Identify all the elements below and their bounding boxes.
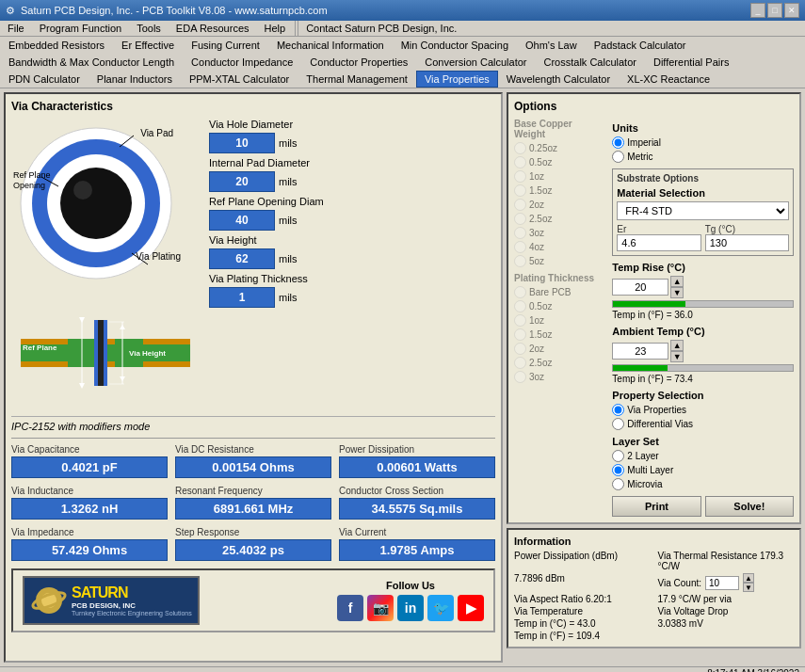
via-count-input[interactable] — [705, 576, 739, 590]
temp-rise-down[interactable]: ▼ — [670, 287, 684, 298]
material-dropdown[interactable]: FR-4 STD Rogers 4003 Rogers 4350 — [617, 201, 789, 220]
field-label-3: Via Height — [209, 234, 360, 246]
tab-min-conductor-spacing[interactable]: Min Conductor Spacing — [393, 37, 517, 54]
unit-2: mils — [279, 215, 307, 226]
internal-pad-diameter-input[interactable] — [209, 171, 275, 192]
ref-plane-opening-input[interactable] — [209, 210, 275, 231]
unit-4: mils — [279, 292, 307, 303]
ambient-temp-up[interactable]: ▲ — [670, 340, 684, 351]
menu-tools[interactable]: Tools — [129, 21, 169, 36]
info-via-count-row: Via Count: ▲ ▼ — [658, 573, 795, 592]
svg-text:Via Height: Via Height — [129, 349, 166, 358]
pt-bare: Bare PCB — [529, 287, 571, 297]
ambient-temp-input[interactable] — [612, 343, 668, 360]
via-plating-thickness-input[interactable] — [209, 287, 275, 308]
via-hole-diameter-input[interactable] — [209, 133, 275, 153]
print-button[interactable]: Print — [612, 496, 700, 517]
substrate-options-title: Substrate Options — [617, 173, 789, 184]
ambient-temp-title: Ambient Temp (°C) — [612, 326, 794, 337]
close-button[interactable]: ✕ — [784, 3, 799, 18]
tg-input[interactable] — [705, 234, 789, 251]
result-item-4: Resonant Frequency 6891.661 MHz — [175, 486, 331, 520]
svg-point-3 — [60, 168, 132, 239]
minimize-button[interactable]: _ — [750, 3, 765, 18]
ambient-temp-info: Temp in (°F) = 73.4 — [612, 374, 794, 384]
pt-1oz: 1oz — [529, 315, 544, 326]
app-icon: ⚙ — [6, 5, 15, 17]
social-icons: f 📷 in 🐦 ▶ — [337, 595, 484, 621]
menu-contact[interactable]: Contact Saturn PCB Design, Inc. — [298, 21, 464, 36]
prop-via-properties-label: Via Properties — [627, 405, 686, 415]
status-time: 8:17:41 AM 3/16/2022 — [707, 668, 799, 672]
menu-help[interactable]: Help — [257, 21, 294, 36]
bcw-5oz: 5oz — [529, 256, 544, 266]
status-bar: 8:17:41 AM 3/16/2022 — [0, 666, 805, 672]
via-count-down[interactable]: ▼ — [743, 583, 754, 592]
info-power-dissipation: Power Dissipation (dBm) — [514, 551, 651, 571]
units-imperial-radio[interactable] — [612, 136, 624, 149]
tab-ohms-law[interactable]: Ohm's Law — [517, 37, 586, 54]
tab-bandwidth-max[interactable]: Bandwidth & Max Conductor Length — [0, 54, 183, 71]
svg-rect-15 — [115, 361, 143, 367]
youtube-button[interactable]: ▶ — [458, 595, 484, 621]
temp-rise-up[interactable]: ▲ — [670, 276, 684, 287]
tab-mechanical-information[interactable]: Mechanical Information — [268, 37, 393, 54]
bcw-3oz: 3oz — [529, 228, 544, 238]
linkedin-button[interactable]: in — [397, 595, 424, 621]
tab-conductor-properties[interactable]: Conductor Properties — [301, 54, 416, 71]
bcw-1oz: 1oz — [529, 171, 544, 182]
tab-differential-pairs[interactable]: Differential Pairs — [645, 54, 738, 71]
tab-xl-xc-reactance[interactable]: XL-XC Reactance — [619, 71, 718, 88]
bcw-4oz: 4oz — [529, 242, 544, 252]
tab-thermal-management[interactable]: Thermal Management — [298, 71, 416, 88]
tab-crosstalk-calculator[interactable]: Crosstalk Calculator — [536, 54, 645, 71]
ipc-label: IPC-2152 with modifiers mode — [11, 416, 495, 432]
via-height-input[interactable] — [209, 248, 275, 269]
bcw-2oz: 2oz — [529, 200, 544, 210]
field-label-2: Ref Plane Opening Diam — [209, 196, 360, 207]
info-power-dissipation-value: 7.7896 dBm — [514, 573, 651, 592]
unit-0: mils — [279, 137, 307, 149]
menu-file[interactable]: File — [0, 21, 32, 36]
svg-marker-26 — [120, 325, 125, 329]
info-temp-fahrenheit: Temp in (°F) = 109.4 — [514, 631, 651, 641]
follow-us-label: Follow Us — [386, 580, 435, 591]
prop-differential-vias-radio[interactable] — [612, 418, 624, 430]
layer-microvia-label: Microvia — [627, 479, 662, 489]
temp-rise-input[interactable] — [612, 279, 668, 296]
layer-2layer-radio[interactable] — [612, 450, 624, 462]
menu-eda-resources[interactable]: EDA Resources — [169, 21, 257, 36]
tab-pdn-calculator[interactable]: PDN Calculator — [0, 71, 89, 88]
tab-embedded-resistors[interactable]: Embedded Resistors — [0, 37, 113, 54]
tab-ppm-xtal[interactable]: PPM-XTAL Calculator — [181, 71, 298, 88]
info-via-thermal-resistance: Via Thermal Resistance 179.3 °C/W — [658, 551, 795, 571]
prop-via-properties-radio[interactable] — [612, 404, 624, 416]
tab-er-effective[interactable]: Er Effective — [113, 37, 183, 54]
twitter-button[interactable]: 🐦 — [427, 595, 454, 621]
maximize-button[interactable]: □ — [767, 3, 782, 18]
solve-button[interactable]: Solve! — [705, 496, 794, 517]
layer-microvia-radio[interactable] — [612, 478, 624, 490]
tab-fusing-current[interactable]: Fusing Current — [183, 37, 268, 54]
units-metric-label: Metric — [627, 152, 652, 162]
unit-1: mils — [279, 176, 307, 187]
tab-padstack-calculator[interactable]: Padstack Calculator — [586, 37, 695, 54]
facebook-button[interactable]: f — [337, 595, 363, 621]
tab-conversion-calculator[interactable]: Conversion Calculator — [416, 54, 535, 71]
ambient-temp-down[interactable]: ▼ — [670, 351, 684, 362]
app-title: Saturn PCB Design, Inc. - PCB Toolkit V8… — [21, 5, 328, 16]
instagram-button[interactable]: 📷 — [367, 595, 394, 621]
pt-3oz: 3oz — [529, 372, 544, 382]
ambient-temp-section: Ambient Temp (°C) ▲ ▼ Temp in (°F) = 73.… — [612, 326, 794, 384]
logo-tagline: Turnkey Electronic Engineering Solutions — [72, 610, 192, 616]
tab-wavelength-calculator[interactable]: Wavelength Calculator — [498, 71, 619, 88]
tab-conductor-impedance[interactable]: Conductor Impedance — [183, 54, 301, 71]
tab-planar-inductors[interactable]: Planar Inductors — [89, 71, 181, 88]
er-input[interactable] — [617, 234, 700, 251]
units-metric-radio[interactable] — [612, 151, 624, 163]
menu-program-function[interactable]: Program Function — [32, 21, 129, 36]
layer-multilayer-radio[interactable] — [612, 464, 624, 476]
ref-plane-opening-label: Ref PlaneOpening — [13, 170, 51, 191]
via-count-up[interactable]: ▲ — [743, 573, 754, 583]
tab-via-properties[interactable]: Via Properties — [416, 71, 498, 88]
